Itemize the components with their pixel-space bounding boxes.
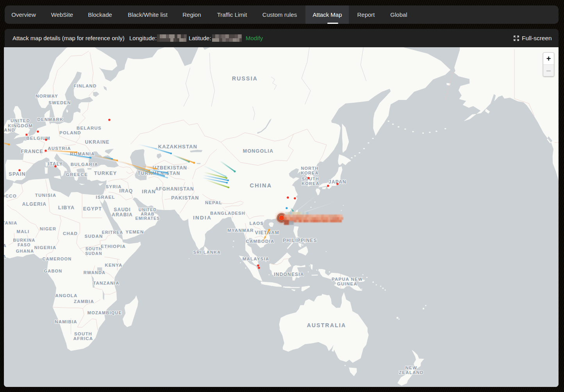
svg-text:YEMEN: YEMEN (126, 230, 144, 234)
svg-text:KENYA: KENYA (105, 263, 122, 267)
svg-text:ISRAEL: ISRAEL (96, 195, 115, 200)
svg-text:SPAIN: SPAIN (9, 171, 25, 177)
svg-text:NIGERIA: NIGERIA (34, 245, 56, 250)
svg-text:INDONESIA: INDONESIA (274, 272, 304, 277)
svg-text:ERITREA: ERITREA (102, 230, 123, 235)
svg-text:IRAQ: IRAQ (120, 188, 133, 194)
svg-text:TANZANIA: TANZANIA (93, 281, 120, 285)
svg-text:ARABIA: ARABIA (112, 212, 133, 217)
svg-text:IRAN: IRAN (142, 189, 155, 194)
svg-text:NIGER: NIGER (40, 226, 56, 231)
svg-text:PAKISTAN: PAKISTAN (171, 195, 199, 201)
svg-text:TURKEY: TURKEY (94, 171, 117, 176)
svg-text:NEPAL: NEPAL (205, 200, 222, 205)
svg-text:MAURITANIA: MAURITANIA (4, 221, 17, 225)
svg-text:SUDAN: SUDAN (85, 234, 103, 239)
svg-text:LAOS: LAOS (250, 221, 264, 226)
svg-text:SOUTH: SOUTH (86, 246, 102, 251)
svg-text:KOREA: KOREA (301, 171, 319, 175)
svg-text:MALI: MALI (17, 229, 30, 234)
svg-text:SRI LANKA: SRI LANKA (193, 250, 221, 255)
svg-text:GUINEA: GUINEA (4, 243, 7, 248)
svg-text:CAMEROON: CAMEROON (43, 257, 72, 261)
svg-text:EMIRATES: EMIRATES (135, 216, 160, 221)
svg-text:IRELAND: IRELAND (4, 128, 15, 132)
svg-text:RWANDA: RWANDA (84, 270, 106, 275)
svg-text:CHINA: CHINA (250, 182, 272, 189)
svg-text:KOREA: KOREA (302, 181, 319, 186)
svg-text:EGYPT: EGYPT (83, 206, 102, 212)
svg-text:RUSSIA: RUSSIA (232, 75, 258, 82)
svg-text:GREECE: GREECE (66, 172, 88, 177)
svg-text:SUDAN: SUDAN (85, 251, 102, 256)
svg-text:LIBERIA: LIBERIA (4, 254, 6, 259)
svg-text:LIBYA: LIBYA (58, 205, 75, 210)
svg-text:PAPUA NEW: PAPUA NEW (332, 277, 363, 282)
svg-text:POLAND: POLAND (59, 130, 81, 135)
svg-text:MOROCCO: MOROCCO (4, 194, 17, 198)
svg-text:UNITED: UNITED (11, 118, 30, 123)
svg-text:ALGERIA: ALGERIA (22, 201, 46, 207)
svg-text:ZAMBIA: ZAMBIA (74, 299, 94, 304)
svg-text:UKRAINE: UKRAINE (85, 139, 109, 145)
svg-text:KAZAKHSTAN: KAZAKHSTAN (158, 144, 198, 150)
svg-text:GABON: GABON (44, 269, 62, 273)
svg-text:CHAD: CHAD (63, 231, 78, 236)
svg-text:INDIA: INDIA (193, 215, 212, 221)
svg-text:NORWAY: NORWAY (36, 94, 58, 98)
svg-text:UZBEKISTAN: UZBEKISTAN (153, 165, 187, 171)
svg-text:AUSTRIA: AUSTRIA (48, 146, 71, 151)
svg-text:FINLAND: FINLAND (74, 84, 97, 88)
svg-text:MOZAMBIQUE: MOZAMBIQUE (87, 310, 122, 315)
svg-text:ZEALAND: ZEALAND (399, 370, 423, 375)
svg-text:BELARUS: BELARUS (77, 126, 102, 130)
svg-text:AUSTRALIA: AUSTRALIA (307, 322, 346, 328)
svg-text:SWEDEN: SWEDEN (48, 100, 71, 105)
svg-text:ANGOLA: ANGOLA (55, 293, 77, 298)
svg-text:FRANCE: FRANCE (21, 149, 43, 154)
svg-text:MONGOLIA: MONGOLIA (243, 148, 273, 154)
svg-text:CAMBODIA: CAMBODIA (246, 239, 275, 244)
svg-text:GUINEA: GUINEA (337, 282, 357, 286)
svg-text:BURKINA: BURKINA (13, 238, 36, 242)
svg-text:MYANMAR: MYANMAR (227, 228, 253, 233)
svg-text:PHILIPPINES: PHILIPPINES (283, 238, 317, 243)
svg-text:SAUDI: SAUDI (114, 207, 130, 212)
svg-text:ETHIOPIA: ETHIOPIA (101, 244, 126, 249)
svg-text:BANGLADESH: BANGLADESH (210, 211, 245, 216)
svg-text:NAMIBIA: NAMIBIA (55, 319, 77, 324)
svg-text:GHANA: GHANA (16, 249, 34, 253)
svg-text:FASO: FASO (18, 242, 30, 247)
svg-text:BULGARIA: BULGARIA (71, 162, 98, 167)
svg-text:AFRICA: AFRICA (73, 336, 93, 341)
svg-text:MALAYSIA: MALAYSIA (243, 257, 270, 261)
svg-text:AFGHANISTAN: AFGHANISTAN (155, 186, 194, 192)
svg-text:NORTH: NORTH (301, 166, 318, 171)
svg-text:SOUTH: SOUTH (302, 176, 319, 181)
svg-text:NEW: NEW (405, 365, 417, 370)
svg-text:TUNISIA: TUNISIA (35, 193, 56, 198)
svg-text:DENMARK: DENMARK (37, 117, 63, 122)
svg-text:SOUTH: SOUTH (74, 331, 92, 336)
